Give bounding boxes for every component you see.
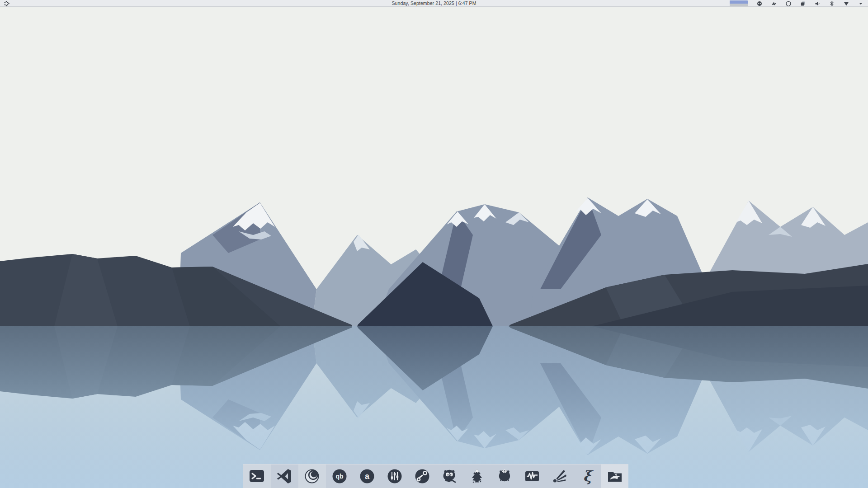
- gimp-icon: [440, 467, 458, 485]
- waveform-editor-icon: [523, 467, 541, 485]
- dock-item-qbittorrent[interactable]: qb: [326, 465, 354, 488]
- dock-item-krita[interactable]: [546, 465, 573, 488]
- shield-icon: [786, 1, 791, 6]
- dock-item-terminal[interactable]: [243, 465, 271, 488]
- tray-clipboard[interactable]: [800, 0, 806, 6]
- dock-item-steam[interactable]: [408, 465, 436, 488]
- speaker-icon: [815, 1, 820, 6]
- dock-item-audio-sliders[interactable]: [381, 465, 408, 488]
- vscode-icon: [275, 467, 293, 485]
- bluetooth-icon: [829, 1, 835, 6]
- dock-item-gimp[interactable]: [436, 465, 463, 488]
- dock-item-waveform-editor[interactable]: [519, 465, 546, 488]
- clipboard-icon: [800, 1, 806, 6]
- calligraphy-app-icon: ξ: [578, 467, 596, 485]
- tray-app-indicator[interactable]: [756, 0, 762, 6]
- svg-text:a: a: [365, 472, 370, 481]
- qbittorrent-icon: qb: [330, 467, 349, 485]
- dock-item-flower-mascot[interactable]: [491, 465, 519, 488]
- tray-network[interactable]: [843, 0, 849, 6]
- dock-item-inkscape[interactable]: [463, 465, 491, 488]
- top-panel: Sunday, September 21, 2025 | 6:47 PM: [0, 0, 868, 7]
- tray-expander[interactable]: [858, 0, 863, 6]
- system-tray: [730, 0, 863, 7]
- a-app-icon: a: [358, 467, 376, 485]
- tray-volume[interactable]: [814, 0, 820, 6]
- svg-text:ξ: ξ: [583, 468, 594, 485]
- app-indicator-icon: [757, 1, 762, 6]
- svg-text:qb: qb: [335, 473, 343, 480]
- dock-item-dolphin-files[interactable]: [601, 465, 628, 488]
- desktop: Sunday, September 21, 2025 | 6:47 PM: [0, 0, 868, 488]
- audio-sliders-icon: [386, 467, 404, 485]
- krita-icon: [551, 467, 569, 485]
- tray-security[interactable]: [785, 0, 791, 6]
- chevron-down-icon: [858, 1, 863, 6]
- dolphin-files-icon: [606, 467, 624, 485]
- steam-icon: [413, 467, 431, 485]
- bird-icon: [771, 1, 777, 6]
- dock-item-vscode[interactable]: [271, 465, 298, 488]
- virtual-desktop-pager[interactable]: [730, 0, 748, 6]
- swirl-browser-icon: [303, 467, 321, 485]
- flower-mascot-icon: [495, 467, 514, 485]
- wallpaper-scene: [0, 0, 868, 488]
- tray-notifier[interactable]: [771, 0, 777, 6]
- dock-item-calligraphy-app[interactable]: ξ: [573, 465, 601, 488]
- wallpaper-mountain-lake: [0, 0, 868, 488]
- dock-item-a-app[interactable]: a: [353, 465, 381, 488]
- tray-bluetooth[interactable]: [829, 0, 835, 6]
- dock-item-swirl-browser[interactable]: [298, 465, 326, 488]
- network-signal-icon: [844, 1, 849, 6]
- dock: qb a: [243, 464, 628, 488]
- terminal-icon: [248, 467, 266, 485]
- pager-desktop-2[interactable]: [730, 4, 748, 7]
- inkscape-icon: [468, 467, 486, 485]
